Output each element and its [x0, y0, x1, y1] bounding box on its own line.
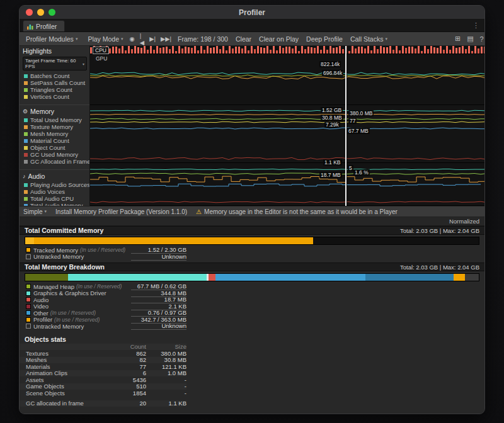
close-window-button[interactable] [26, 9, 33, 16]
counter-color-swatch [24, 153, 28, 157]
memory-bar-segment [209, 274, 216, 281]
normalized-toggle[interactable]: Normalized [449, 218, 479, 225]
counter-total-audio-cpu[interactable]: Total Audio CPU [20, 195, 89, 202]
cpu-toggle[interactable]: CPU [93, 47, 109, 54]
counter-texture-memory[interactable]: Texture Memory [20, 123, 89, 130]
frame-bar [326, 50, 328, 54]
frame-bar [285, 47, 287, 54]
toolbar-right-group: Clear on Play Deep Profile Call Stacks ▾ [255, 32, 391, 45]
stat-size: 30.8 MB [146, 356, 186, 363]
detail-view-dropdown[interactable]: Simple ▾ [23, 208, 47, 215]
install-memory-profiler-button[interactable]: Install Memory Profiler Package (Version… [55, 208, 187, 215]
counter-color-swatch [24, 183, 28, 187]
committed-legend-untracked-memory[interactable]: Untracked MemoryUnknown [20, 254, 186, 261]
fullscreen-window-button[interactable] [49, 9, 55, 16]
counter-gc-allocated-in-frame[interactable]: GC Allocated in Frame [20, 158, 89, 165]
memory-breakdown-legend: Managed Heap(In use / Reserved)67.7 MB /… [20, 283, 484, 330]
frame-bar [134, 46, 136, 54]
module-header-audio[interactable]: ♪Audio [20, 169, 89, 181]
frame-bar [147, 50, 149, 54]
first-frame-button[interactable]: |◀ [137, 32, 147, 46]
frame-bar [411, 47, 413, 54]
prev-frame-button[interactable]: ▶| [147, 35, 158, 42]
clear-button[interactable]: Clear [232, 32, 255, 45]
counter-material-count[interactable]: Material Count [20, 137, 89, 144]
main-toolbar: Profiler Modules ▾ Play Mode ▾ ◉ |◀ ▶| ▶… [20, 32, 484, 46]
chart-area[interactable]: CPU GPU 822.14k696.84k1.52 GB380.0 MB30.… [90, 46, 484, 206]
counter-total-used-memory[interactable]: Total Used Memory [20, 116, 89, 123]
chart-value-label: 18.7 MB [319, 172, 342, 178]
deep-profile-button[interactable]: Deep Profile [302, 32, 346, 45]
frame-bar [144, 46, 146, 54]
counter-label: Vertices Count [30, 93, 69, 100]
call-stacks-dropdown[interactable]: Call Stacks ▾ [346, 32, 391, 45]
memory-bar-segment [365, 274, 454, 281]
memory-breakdown-bar[interactable] [25, 273, 479, 281]
tab-profiler[interactable]: Profiler [23, 20, 65, 31]
frame-bar [449, 50, 451, 54]
frame-bar [399, 50, 401, 54]
modules-sidebar: HighlightsTarget Frame Time: 60 FPS▾Batc… [20, 46, 90, 206]
gpu-toggle[interactable]: GPU [94, 55, 109, 62]
frame-bar [402, 46, 404, 54]
frame-bar [465, 49, 467, 54]
table-row: Textures862380.0 MB [20, 350, 186, 357]
frame-bar [389, 46, 391, 54]
counter-vertices-count[interactable]: Vertices Count [20, 93, 89, 100]
frame-bar [468, 46, 470, 54]
frame-bar [408, 47, 410, 54]
breakdown-legend-untracked-memory[interactable]: Untracked MemoryUnknown [20, 323, 186, 330]
frame-bar [440, 46, 442, 54]
counter-object-count[interactable]: Object Count [20, 144, 89, 151]
next-frame-button[interactable]: ▶▶| [158, 35, 174, 42]
tab-context-menu-icon[interactable]: ⋮ [472, 22, 479, 29]
counter-triangles-count[interactable]: Triangles Count [20, 86, 89, 93]
legend-color-swatch [26, 304, 31, 309]
frame-bar [90, 47, 92, 54]
layout-grid-icon[interactable]: ⊞ [452, 35, 464, 43]
stat-count: 862 [115, 350, 146, 357]
counter-label: GC Used Memory [30, 151, 78, 158]
committed-memory-total: Total: 2.03 GB | Max: 2.04 GB [400, 227, 479, 234]
frame-bar [273, 46, 275, 54]
frame-bar [383, 47, 385, 54]
frame-bar [210, 48, 212, 54]
target-frame-time-dropdown[interactable]: Target Frame Time: 60 FPS▾ [23, 57, 87, 70]
details-toolbar: Simple ▾ Install Memory Profiler Package… [20, 206, 484, 217]
clear-on-play-button[interactable]: Clear on Play [255, 32, 302, 45]
frame-playhead[interactable] [345, 46, 346, 206]
titlebar[interactable]: Profiler [20, 6, 484, 20]
counter-gc-used-memory[interactable]: GC Used Memory [20, 151, 89, 158]
editor-memory-warning: ⚠ Memory usage in the Editor is not the … [196, 208, 398, 215]
counter-playing-audio-sources[interactable]: Playing Audio Sources [20, 181, 89, 188]
frame-bar [282, 48, 284, 54]
module-header-memory[interactable]: ⚙Memory [20, 104, 89, 116]
save-view-icon[interactable]: ▤ [464, 35, 476, 43]
module-header-highlights[interactable]: Highlights [20, 46, 89, 56]
frame-bar [443, 50, 445, 54]
stat-name: Assets [26, 376, 115, 383]
counter-setpass-calls-count[interactable]: SetPass Calls Count [20, 79, 89, 86]
play-mode-dropdown[interactable]: Play Mode ▾ [84, 32, 127, 45]
counter-color-swatch [24, 95, 28, 99]
counter-label: GC Allocated in Frame [30, 158, 90, 165]
table-row: Assets5436- [20, 376, 186, 383]
cpu-frame-strip[interactable] [90, 46, 484, 54]
frame-bar [254, 49, 256, 54]
counter-batches-count[interactable]: Batches Count [20, 72, 89, 79]
counter-audio-voices[interactable]: Audio Voices [20, 188, 89, 195]
legend-label: Untracked Memory [33, 323, 84, 330]
committed-memory-legend: Tracked Memory(In use / Reserved)1.52 / … [20, 247, 484, 260]
help-icon[interactable]: ? [477, 35, 485, 43]
frame-bar [292, 48, 294, 54]
stat-name: Scene Objects [26, 390, 115, 397]
profiler-modules-dropdown[interactable]: Profiler Modules ▾ [22, 32, 81, 45]
memory-breakdown-title: Total Memory Breakdown [25, 263, 105, 271]
record-button[interactable]: ◉ [127, 35, 137, 42]
memory-bar-segment [465, 274, 479, 281]
counter-total-audio-memory[interactable]: Total Audio Memory [20, 202, 89, 206]
chevron-down-icon: ▾ [45, 209, 47, 214]
counter-mesh-memory[interactable]: Mesh Memory [20, 130, 89, 137]
minimize-window-button[interactable] [37, 9, 44, 16]
committed-memory-bar[interactable] [25, 237, 479, 245]
